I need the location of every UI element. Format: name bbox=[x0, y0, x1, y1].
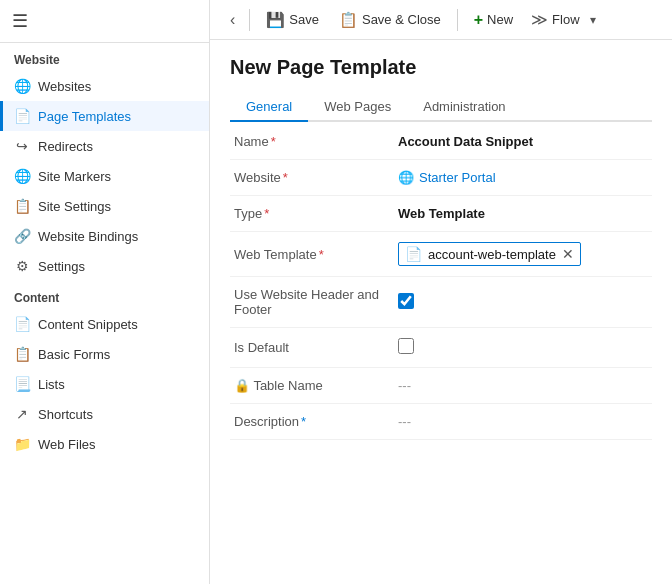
save-close-label: Save & Close bbox=[362, 12, 441, 27]
settings-icon: ⚙ bbox=[14, 258, 30, 274]
website-bindings-icon: 🔗 bbox=[14, 228, 30, 244]
sidebar-label-web-files: Web Files bbox=[38, 437, 96, 452]
sidebar-item-lists[interactable]: 📃 Lists bbox=[0, 369, 209, 399]
back-button[interactable]: ‹ bbox=[224, 7, 241, 33]
sidebar-label-website-bindings: Website Bindings bbox=[38, 229, 138, 244]
required-web-template: * bbox=[319, 247, 324, 262]
sidebar-item-web-files[interactable]: 📁 Web Files bbox=[0, 429, 209, 459]
tabs-bar: General Web Pages Administration bbox=[230, 93, 652, 122]
sidebar-label-lists: Lists bbox=[38, 377, 65, 392]
form-row-use-header-footer: Use Website Header and Footer bbox=[230, 277, 652, 328]
sidebar-item-website-bindings[interactable]: 🔗 Website Bindings bbox=[0, 221, 209, 251]
sidebar-item-redirects[interactable]: ↪ Redirects bbox=[0, 131, 209, 161]
main-panel: ‹ 💾 Save 📋 Save & Close + New ≫ Flow ▾ N… bbox=[210, 0, 672, 584]
sidebar-label-settings: Settings bbox=[38, 259, 85, 274]
form-row-web-template: Web Template* 📄 account-web-template ✕ bbox=[230, 232, 652, 277]
site-markers-icon: 🌐 bbox=[14, 168, 30, 184]
description-value: --- bbox=[398, 414, 411, 429]
label-table-name: 🔒 Table Name bbox=[230, 368, 390, 404]
flow-label: Flow bbox=[552, 12, 579, 27]
redirects-icon: ↪ bbox=[14, 138, 30, 154]
site-settings-icon: 📋 bbox=[14, 198, 30, 214]
website-value: Starter Portal bbox=[419, 170, 496, 185]
sidebar-label-basic-forms: Basic Forms bbox=[38, 347, 110, 362]
label-description: Description* bbox=[230, 404, 390, 440]
sidebar-item-websites[interactable]: 🌐 Websites bbox=[0, 71, 209, 101]
save-close-icon: 📋 bbox=[339, 11, 358, 29]
shortcuts-icon: ↗ bbox=[14, 406, 30, 422]
toolbar-divider-1 bbox=[249, 9, 250, 31]
form-table: Name* Account Data Snippet Website* 🌐 St… bbox=[230, 124, 652, 440]
value-type: Web Template bbox=[390, 196, 652, 232]
template-file-icon: 📄 bbox=[405, 246, 422, 262]
flow-button[interactable]: ≫ Flow bbox=[525, 6, 585, 33]
save-button[interactable]: 💾 Save bbox=[258, 7, 327, 33]
chevron-down-icon: ▾ bbox=[590, 13, 596, 27]
form-row-table-name: 🔒 Table Name --- bbox=[230, 368, 652, 404]
value-is-default bbox=[390, 328, 652, 368]
sidebar-item-content-snippets[interactable]: 📄 Content Snippets bbox=[0, 309, 209, 339]
name-value: Account Data Snippet bbox=[398, 134, 533, 149]
tab-administration[interactable]: Administration bbox=[407, 93, 521, 122]
hamburger-icon[interactable]: ☰ bbox=[12, 10, 28, 32]
sidebar-section-website: Website bbox=[0, 43, 209, 71]
table-name-value: --- bbox=[398, 378, 411, 393]
label-website: Website* bbox=[230, 160, 390, 196]
sidebar-item-basic-forms[interactable]: 📋 Basic Forms bbox=[0, 339, 209, 369]
toolbar: ‹ 💾 Save 📋 Save & Close + New ≫ Flow ▾ bbox=[210, 0, 672, 40]
sidebar-section-content: Content bbox=[0, 281, 209, 309]
lists-icon: 📃 bbox=[14, 376, 30, 392]
tab-general[interactable]: General bbox=[230, 93, 308, 122]
sidebar-item-site-settings[interactable]: 📋 Site Settings bbox=[0, 191, 209, 221]
sidebar-item-page-templates[interactable]: 📄 Page Templates bbox=[0, 101, 209, 131]
sidebar-item-settings[interactable]: ⚙ Settings bbox=[0, 251, 209, 281]
web-template-value: account-web-template bbox=[428, 247, 556, 262]
label-name: Name* bbox=[230, 124, 390, 160]
sidebar-label-content-snippets: Content Snippets bbox=[38, 317, 138, 332]
basic-forms-icon: 📋 bbox=[14, 346, 30, 362]
web-template-tag[interactable]: 📄 account-web-template ✕ bbox=[398, 242, 581, 266]
value-name: Account Data Snippet bbox=[390, 124, 652, 160]
new-label: New bbox=[487, 12, 513, 27]
save-icon: 💾 bbox=[266, 11, 285, 29]
required-description: * bbox=[301, 414, 306, 429]
sidebar: ☰ Website 🌐 Websites 📄 Page Templates ↪ … bbox=[0, 0, 210, 584]
form-row-name: Name* Account Data Snippet bbox=[230, 124, 652, 160]
page-title: New Page Template bbox=[230, 56, 652, 79]
required-name: * bbox=[271, 134, 276, 149]
form-row-is-default: Is Default bbox=[230, 328, 652, 368]
value-table-name: --- bbox=[390, 368, 652, 404]
flow-button-group: ≫ Flow ▾ bbox=[525, 6, 599, 33]
toolbar-divider-2 bbox=[457, 9, 458, 31]
web-files-icon: 📁 bbox=[14, 436, 30, 452]
sidebar-header: ☰ bbox=[0, 0, 209, 43]
flow-icon: ≫ bbox=[531, 10, 548, 29]
value-web-template: 📄 account-web-template ✕ bbox=[390, 232, 652, 277]
form-row-type: Type* Web Template bbox=[230, 196, 652, 232]
sidebar-item-shortcuts[interactable]: ↗ Shortcuts bbox=[0, 399, 209, 429]
label-use-header-footer: Use Website Header and Footer bbox=[230, 277, 390, 328]
save-close-button[interactable]: 📋 Save & Close bbox=[331, 7, 449, 33]
flow-dropdown-button[interactable]: ▾ bbox=[586, 9, 600, 31]
sidebar-label-site-markers: Site Markers bbox=[38, 169, 111, 184]
use-header-footer-checkbox[interactable] bbox=[398, 293, 414, 309]
sidebar-label-redirects: Redirects bbox=[38, 139, 93, 154]
label-is-default: Is Default bbox=[230, 328, 390, 368]
website-link[interactable]: 🌐 Starter Portal bbox=[398, 170, 644, 185]
label-type: Type* bbox=[230, 196, 390, 232]
new-button[interactable]: + New bbox=[466, 7, 521, 33]
save-label: Save bbox=[289, 12, 319, 27]
sidebar-label-websites: Websites bbox=[38, 79, 91, 94]
form-row-website: Website* 🌐 Starter Portal bbox=[230, 160, 652, 196]
required-type: * bbox=[264, 206, 269, 221]
form-row-description: Description* --- bbox=[230, 404, 652, 440]
sidebar-item-site-markers[interactable]: 🌐 Site Markers bbox=[0, 161, 209, 191]
tab-web-pages[interactable]: Web Pages bbox=[308, 93, 407, 122]
required-website: * bbox=[283, 170, 288, 185]
globe-icon: 🌐 bbox=[14, 78, 30, 94]
label-web-template: Web Template* bbox=[230, 232, 390, 277]
content-area: New Page Template General Web Pages Admi… bbox=[210, 40, 672, 584]
is-default-checkbox[interactable] bbox=[398, 338, 414, 354]
sidebar-label-page-templates: Page Templates bbox=[38, 109, 131, 124]
web-template-clear-button[interactable]: ✕ bbox=[562, 247, 574, 261]
